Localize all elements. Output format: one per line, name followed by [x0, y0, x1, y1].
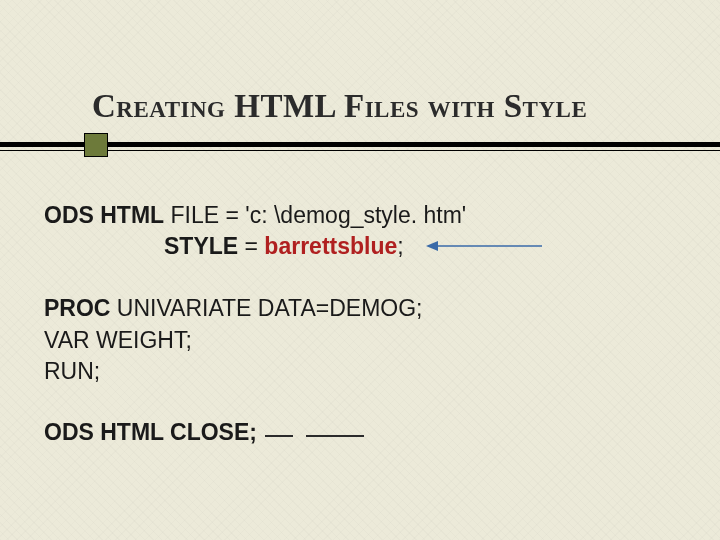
style-value: barrettsblue [264, 233, 397, 259]
title-rule-thick [0, 142, 720, 147]
slide-title: Creating HTML Files with Style [92, 88, 680, 125]
title-accent-square [84, 133, 108, 157]
keyword-style: STYLE [164, 233, 238, 259]
keyword-ods-html: ODS HTML [44, 202, 164, 228]
svg-marker-1 [426, 241, 438, 251]
code-line-6: ODS HTML CLOSE; [44, 417, 680, 448]
code-line-2: STYLE = barrettsblue; [44, 231, 680, 263]
arrow-left-icon [424, 232, 544, 263]
title-rule-thin [0, 150, 720, 151]
code-text: FILE = 'c: \demog_style. htm' [164, 202, 466, 228]
semicolon: ; [397, 233, 403, 259]
keyword-proc: PROC [44, 295, 110, 321]
code-line-3: PROC UNIVARIATE DATA=DEMOG; [44, 293, 680, 324]
code-line-5: RUN; [44, 356, 680, 387]
code-text: UNIVARIATE DATA=DEMOG; [110, 295, 422, 321]
fill-in-blank [306, 435, 364, 437]
code-block: ODS HTML FILE = 'c: \demog_style. htm' S… [44, 200, 680, 448]
fill-in-blank [265, 435, 293, 437]
equals-text: = [238, 233, 264, 259]
code-line-4: VAR WEIGHT; [44, 325, 680, 356]
keyword-ods-close: ODS HTML CLOSE; [44, 419, 257, 445]
code-line-1: ODS HTML FILE = 'c: \demog_style. htm' [44, 200, 680, 231]
